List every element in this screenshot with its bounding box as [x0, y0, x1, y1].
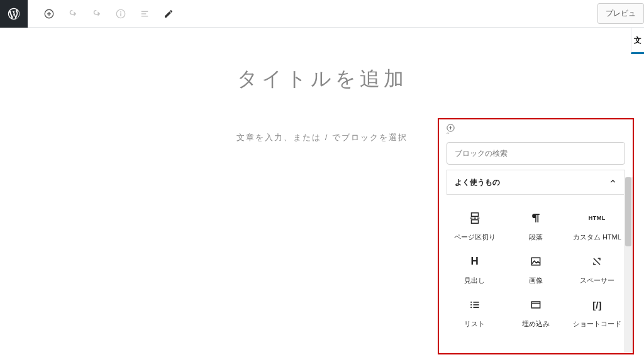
- block-image[interactable]: 画像: [505, 255, 566, 285]
- preview-button[interactable]: プレビュ: [597, 3, 644, 24]
- block-heading[interactable]: H 見出し: [444, 255, 505, 285]
- block-label: 見出し: [464, 276, 485, 285]
- block-page-break[interactable]: ページ区切り: [444, 211, 505, 242]
- image-icon: [529, 255, 543, 268]
- block-shortcode[interactable]: [/] ショートコード: [567, 298, 628, 329]
- list-icon: [468, 298, 482, 312]
- block-label: リスト: [464, 319, 485, 329]
- block-custom-html[interactable]: HTML カスタム HTML: [567, 211, 628, 242]
- svg-point-19: [470, 302, 472, 303]
- block-list[interactable]: リスト: [444, 298, 505, 329]
- add-block-icon[interactable]: [43, 8, 55, 20]
- wordpress-logo[interactable]: [0, 0, 28, 28]
- block-spacer[interactable]: スペーサー: [567, 255, 628, 285]
- title-input[interactable]: タイトルを追加: [0, 65, 644, 93]
- block-label: ページ区切り: [454, 233, 496, 242]
- sidebar-tab-document[interactable]: 文: [631, 28, 644, 54]
- embed-icon: [529, 298, 543, 312]
- inserter-section-title: よく使うもの: [455, 177, 500, 188]
- block-label: ショートコード: [573, 319, 621, 329]
- inserter-section-header[interactable]: よく使うもの: [447, 170, 625, 195]
- chevron-up-icon: [609, 177, 617, 188]
- svg-point-4: [120, 11, 121, 13]
- block-label: 画像: [529, 276, 543, 285]
- block-embed[interactable]: 埋め込み: [505, 298, 566, 329]
- shortcode-icon: [/]: [590, 298, 604, 312]
- toolbar-icon-group: [28, 8, 175, 20]
- block-search-wrapper: [447, 142, 625, 165]
- block-paragraph[interactable]: 段落: [505, 211, 566, 242]
- info-icon[interactable]: [114, 8, 127, 20]
- edit-icon[interactable]: [162, 8, 175, 20]
- pilcrow-icon: [529, 211, 543, 225]
- html-icon: HTML: [590, 211, 604, 225]
- block-label: カスタム HTML: [573, 233, 621, 242]
- svg-point-21: [470, 304, 472, 305]
- block-grid: ページ区切り 段落 HTML カスタム HTML H 見出し 画像 スペーサー …: [439, 200, 633, 335]
- block-inserter-popover: ⌃ よく使うもの ページ区切り 段落 HTML カスタム HTML H 見出し …: [438, 118, 634, 354]
- top-toolbar: プレビュ: [0, 0, 644, 28]
- svg-rect-25: [531, 302, 540, 308]
- svg-line-18: [594, 258, 600, 265]
- svg-point-23: [470, 307, 472, 308]
- svg-rect-12: [471, 213, 478, 217]
- redo-icon[interactable]: [91, 8, 103, 20]
- svg-rect-5: [120, 13, 121, 16]
- spacer-icon: [590, 255, 604, 268]
- svg-rect-16: [471, 220, 478, 224]
- popover-notch: ⌃: [445, 133, 633, 137]
- block-search-input[interactable]: [447, 142, 625, 165]
- svg-rect-17: [531, 258, 540, 265]
- block-label: スペーサー: [580, 276, 614, 285]
- inserter-toggle-icon[interactable]: [441, 122, 459, 133]
- outline-icon[interactable]: [138, 8, 151, 20]
- block-label: 段落: [529, 233, 543, 242]
- heading-icon: H: [468, 255, 482, 268]
- block-label: 埋め込み: [522, 319, 550, 329]
- inserter-scrollbar-thumb[interactable]: [625, 177, 631, 246]
- page-break-icon: [468, 211, 482, 225]
- undo-icon[interactable]: [67, 8, 79, 20]
